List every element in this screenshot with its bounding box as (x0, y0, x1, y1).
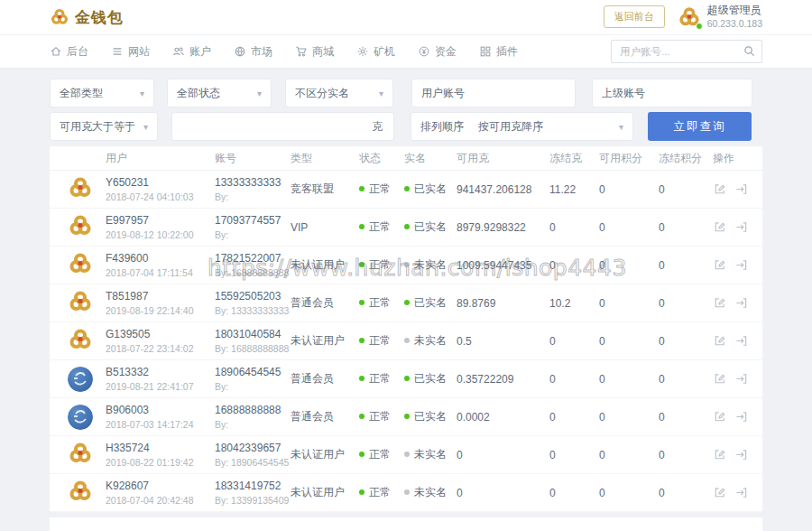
login-as-user-button[interactable] (734, 486, 748, 499)
type-cell: VIP (291, 221, 359, 234)
nav-item-funds[interactable]: 资金 (418, 44, 457, 60)
realname-filter-select[interactable]: 不区分实名 ▾ (285, 79, 393, 107)
frozen-cell: 10.2 (549, 297, 599, 310)
realname-label: 已实名 (414, 220, 447, 233)
edit-user-button[interactable] (713, 448, 726, 461)
login-as-user-button[interactable] (734, 334, 748, 348)
type-filter-select[interactable]: 全部类型 ▾ (50, 79, 154, 107)
login-as-user-button[interactable] (734, 372, 748, 386)
parent-account-input[interactable] (654, 79, 752, 107)
frozen-cell: 0 (549, 221, 599, 234)
nav-item-website[interactable]: 网站 (111, 44, 150, 60)
chevron-down-icon: ▾ (619, 122, 623, 132)
nav-item-plugins[interactable]: 插件 (479, 44, 518, 60)
col-user: 用户 (106, 151, 215, 166)
user-account-input[interactable] (474, 79, 575, 107)
login-as-user-button[interactable] (734, 182, 748, 196)
search-icon[interactable] (743, 45, 755, 60)
account-number: 18042339657 (215, 442, 291, 454)
frozen-cell: 0 (549, 335, 599, 348)
user-avatar (68, 253, 93, 278)
realname-cell: 已实名 (404, 371, 457, 387)
edit-user-button[interactable] (713, 410, 726, 424)
points-cell: 0 (599, 297, 659, 310)
status-label: 正常 (369, 258, 391, 271)
username: E997957 (106, 214, 215, 227)
nav-item-market[interactable]: 市场 (234, 44, 272, 60)
points-cell: 0 (599, 449, 659, 461)
nav-item-mall[interactable]: 商城 (295, 44, 334, 60)
status-cell: 正常 (359, 409, 404, 424)
admin-avatar (678, 5, 701, 29)
type-cell: 未认证用户 (291, 485, 359, 500)
realname-dot (404, 262, 410, 267)
wallet-logo-avatar-icon (68, 177, 93, 202)
frozen-points-cell: 0 (659, 183, 713, 196)
user-cell: K928607 2018-07-04 20:42:48 (106, 480, 215, 507)
admin-name: 超级管理员 (707, 4, 762, 18)
account-cell: 17093774557 By: (215, 214, 291, 241)
pagination-bar (50, 517, 762, 531)
status-filter-select[interactable]: 全部状态 ▾ (167, 79, 272, 107)
app-logo[interactable]: 金钱包 (50, 7, 124, 28)
user-avatar (68, 405, 93, 430)
register-date: 2019-08-22 01:19:42 (106, 457, 215, 469)
edit-user-button[interactable] (713, 220, 726, 234)
sort-order-select[interactable]: 排列顺序 按可用克降序 ▾ (411, 112, 633, 141)
user-cell: E997957 2019-08-12 10:22:00 (106, 214, 215, 241)
edit-user-button[interactable] (713, 182, 726, 196)
actions-cell (713, 334, 762, 348)
wallet-logo-avatar-icon (68, 253, 93, 278)
type-cell: 普通会员 (291, 371, 359, 387)
type-cell: 普通会员 (291, 295, 359, 311)
table-row: Y650231 2018-07-24 04:10:03 13333333333 … (50, 171, 762, 209)
status-label: 正常 (369, 220, 391, 233)
status-dot (359, 452, 364, 457)
actions-cell (713, 182, 762, 196)
edit-user-button[interactable] (713, 486, 726, 499)
account-number: 18906454545 (215, 366, 291, 378)
user-avatar (68, 215, 93, 240)
available-cell: 8979.9298322 (457, 221, 549, 234)
referrer: By: (215, 419, 291, 431)
edit-user-button[interactable] (713, 334, 726, 348)
realname-cell: 未实名 (404, 257, 457, 273)
user-cell: F439600 2018-07-04 17:11:54 (106, 252, 215, 279)
search-input[interactable] (611, 40, 762, 63)
login-as-user-button[interactable] (734, 258, 748, 272)
type-cell: 未认证用户 (291, 257, 359, 273)
login-as-user-button[interactable] (734, 296, 748, 310)
frozen-cell: 0 (549, 487, 599, 499)
login-as-user-button[interactable] (734, 410, 748, 424)
amount-operator-select[interactable]: 可用克大于等于 ▾ (50, 112, 158, 141)
col-realname: 实名 (404, 151, 457, 166)
username: Y650231 (106, 176, 215, 189)
user-avatar (68, 442, 93, 468)
login-as-user-button[interactable] (734, 448, 748, 461)
back-to-front-button[interactable]: 返回前台 (604, 5, 665, 28)
account-number: 17821522007 (215, 252, 291, 265)
status-dot (359, 300, 364, 305)
realname-dot (404, 224, 410, 229)
wallet-logo-avatar-icon (68, 442, 93, 468)
realname-label: 已实名 (414, 372, 447, 385)
nav-item-miner[interactable]: 矿机 (356, 44, 395, 60)
login-as-user-button[interactable] (734, 220, 748, 234)
edit-user-button[interactable] (713, 258, 726, 272)
online-status-dot (696, 23, 703, 30)
frozen-cell: 0 (549, 449, 599, 461)
admin-profile[interactable]: 超级管理员 60.233.0.183 (678, 4, 762, 30)
realname-label: 未实名 (414, 486, 447, 498)
wallet-logo-avatar-icon (68, 291, 93, 316)
grid-icon (479, 45, 492, 58)
nav-item-accounts[interactable]: 账户 (172, 44, 211, 60)
nav-item-backend[interactable]: 后台 (50, 44, 88, 60)
users-icon (172, 45, 185, 58)
amount-input[interactable] (176, 113, 361, 140)
edit-user-button[interactable] (713, 372, 726, 386)
points-cell: 0 (599, 259, 659, 272)
register-date: 2018-07-22 23:14:02 (106, 343, 215, 355)
query-button[interactable]: 立即查询 (648, 112, 752, 141)
edit-user-button[interactable] (713, 296, 726, 310)
table-row: B513332 2019-08-21 22:41:07 18906454545 … (50, 360, 762, 398)
